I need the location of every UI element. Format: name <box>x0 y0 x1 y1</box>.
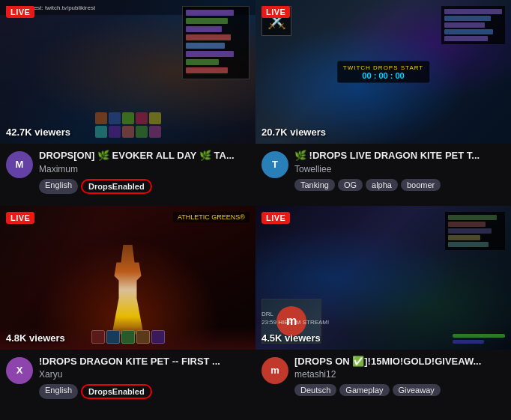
avatar-3[interactable]: X <box>6 357 33 384</box>
stream-overlay-text: DRL 23:59 HIER IM STREAM! <box>261 310 329 326</box>
tag-deutsch[interactable]: Deutsch <box>294 384 336 396</box>
avatar-inner-3: X <box>6 357 33 384</box>
stream-card-1: Publik spriest: twitch.tv/publikirest <box>0 0 256 206</box>
streamer-name-3[interactable]: Xaryu <box>39 369 250 380</box>
avatar-inner-2: T <box>261 151 288 178</box>
stream-card-4: m DRL 23:59 HIER IM STREAM! <box>256 206 511 412</box>
live-badge-1: LIVE <box>6 6 34 18</box>
stream-title-4[interactable]: [DROPS ON ✅]!15MIO!GOLD!GIVEAW... <box>294 356 505 368</box>
stream-title-1[interactable]: DROPS[ON] 🌿 EVOKER ALL DAY 🌿 TA... <box>39 150 250 162</box>
tag-english-1[interactable]: English <box>39 179 78 194</box>
stream-meta-2: 🌿 !DROPS LIVE DRAGON KITE PET T... Towel… <box>294 150 505 191</box>
avatar-letter-1: M <box>16 159 24 170</box>
streamer-name-1[interactable]: Maximum <box>39 164 250 174</box>
live-badge-3: LIVE <box>6 212 34 224</box>
thumbnail-4[interactable]: m DRL 23:59 HIER IM STREAM! <box>256 206 511 350</box>
tags-1: English DropsEnabled <box>39 179 250 194</box>
tag-og[interactable]: OG <box>338 179 363 191</box>
stream-card-2: TWITCH DROPS START 00 : 00 : 00 ⚔️ LIVE … <box>256 0 511 206</box>
tag-drops-1[interactable]: DropsEnabled <box>81 179 152 194</box>
thumbnail-3[interactable]: ATHLETIC GREENS® #5 LIVE 4.8K viewers <box>0 206 256 350</box>
stream-info-3: X !DROPS DRAGON KITE PET -- FIRST ... Xa… <box>0 350 256 403</box>
tag-giveaway[interactable]: Giveaway <box>393 384 441 396</box>
avatar-inner-1: M <box>6 151 33 178</box>
avatar-letter-4: m <box>270 365 279 376</box>
tag-english-3[interactable]: English <box>39 384 78 399</box>
stream-info-4: m [DROPS ON ✅]!15MIO!GOLD!GIVEAW... meta… <box>256 350 511 400</box>
thumbnail-1[interactable]: Publik spriest: twitch.tv/publikirest <box>0 0 256 144</box>
avatar-letter-3: X <box>16 365 23 376</box>
stream-meta-1: DROPS[ON] 🌿 EVOKER ALL DAY 🌿 TA... Maxim… <box>39 150 250 194</box>
avatar-1[interactable]: M <box>6 151 33 178</box>
live-badge-4: LIVE <box>261 212 290 224</box>
viewer-count-1: 42.7K viewers <box>6 127 70 138</box>
tag-alpha[interactable]: alpha <box>366 179 398 191</box>
tags-4: Deutsch Gameplay Giveaway <box>294 384 505 396</box>
stream-info-2: T 🌿 !DROPS LIVE DRAGON KITE PET T... Tow… <box>256 144 511 194</box>
thumbnail-2[interactable]: TWITCH DROPS START 00 : 00 : 00 ⚔️ LIVE … <box>256 0 511 144</box>
drops-start-banner: TWITCH DROPS START 00 : 00 : 00 <box>337 61 429 82</box>
tag-drops-3[interactable]: DropsEnabled <box>81 384 152 399</box>
stream-info-1: M DROPS[ON] 🌿 EVOKER ALL DAY 🌿 TA... Max… <box>0 144 256 197</box>
viewer-count-4: 4.5K viewers <box>261 332 321 344</box>
tags-3: English DropsEnabled <box>39 384 250 399</box>
streamer-name-4[interactable]: metashi12 <box>294 369 505 380</box>
stream-meta-4: [DROPS ON ✅]!15MIO!GOLD!GIVEAW... metash… <box>294 356 505 397</box>
stream-meta-3: !DROPS DRAGON KITE PET -- FIRST ... Xary… <box>39 356 250 400</box>
avatar-4[interactable]: m <box>261 357 288 384</box>
tags-2: Tanking OG alpha boomer <box>294 179 505 191</box>
tag-tanking[interactable]: Tanking <box>294 179 335 191</box>
avatar-2[interactable]: T <box>261 151 288 178</box>
avatar-letter-2: T <box>272 159 278 170</box>
avatar-inner-4: m <box>261 357 288 384</box>
viewer-count-2: 20.7K viewers <box>261 127 326 138</box>
streamer-name-2[interactable]: Towelliee <box>294 164 505 174</box>
stream-grid: Publik spriest: twitch.tv/publikirest <box>0 0 511 411</box>
stream-title-2[interactable]: 🌿 !DROPS LIVE DRAGON KITE PET T... <box>294 150 505 162</box>
tag-gameplay[interactable]: Gameplay <box>339 384 389 396</box>
live-badge-2: LIVE <box>261 6 290 18</box>
stream-title-3[interactable]: !DROPS DRAGON KITE PET -- FIRST ... <box>39 356 250 368</box>
tag-boomer[interactable]: boomer <box>401 179 441 191</box>
viewer-count-3: 4.8K viewers <box>6 332 65 344</box>
stream-card-3: ATHLETIC GREENS® #5 LIVE 4.8K viewers X <box>0 206 256 412</box>
